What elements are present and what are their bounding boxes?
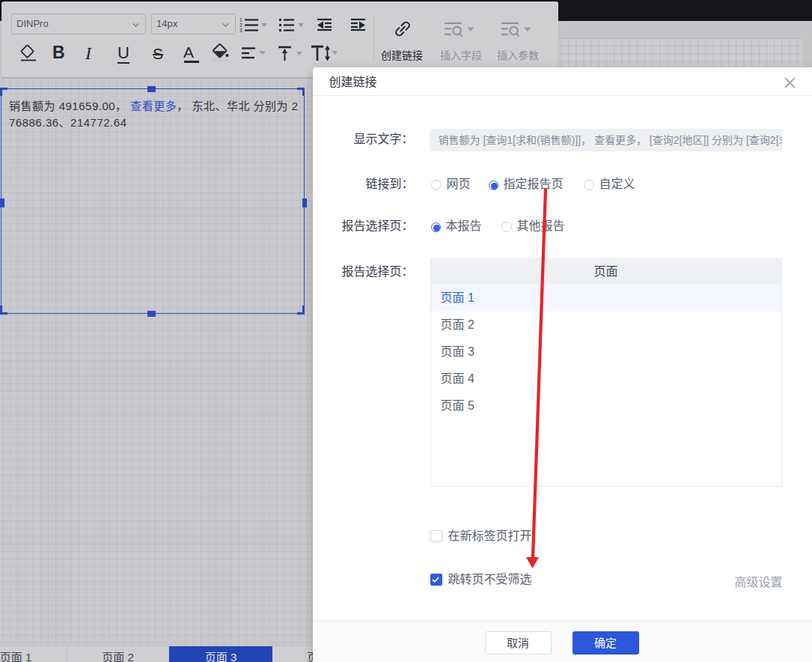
svg-text:1: 1 — [239, 17, 242, 22]
svg-text:3: 3 — [239, 28, 242, 33]
svg-text:2: 2 — [239, 22, 242, 28]
